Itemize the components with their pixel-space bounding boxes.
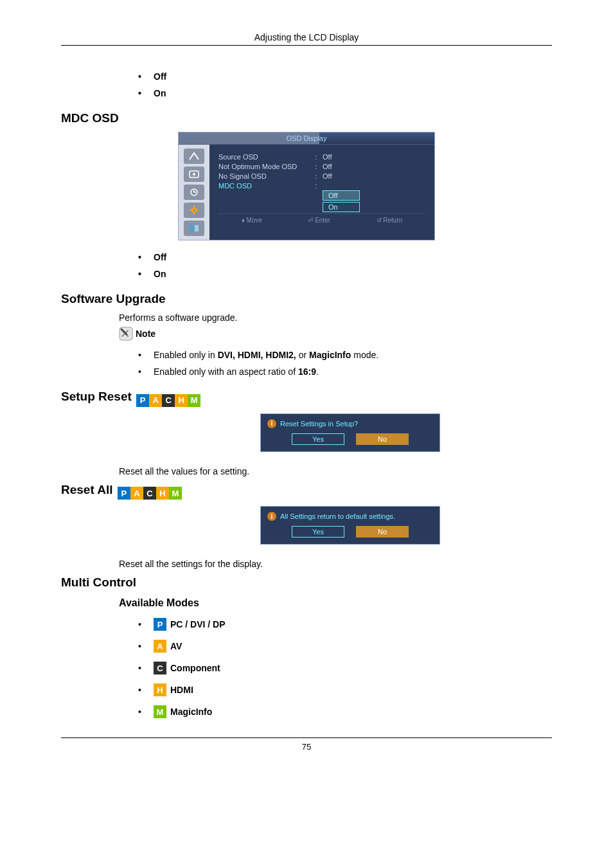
note2-pre: Enabled only with an aspect ratio of	[154, 366, 298, 377]
osd-enter-label: Enter	[315, 217, 330, 224]
option-on-label: On	[154, 269, 166, 279]
reset-all-body: Reset all the settings for the display.	[119, 559, 552, 569]
note-label: Note	[136, 329, 155, 339]
badge-m-icon: M	[188, 394, 200, 407]
note2-bold: 16:9	[298, 366, 316, 377]
reset-all-heading-text: Reset All	[61, 483, 113, 496]
osd-title-bar: OSD Display	[179, 132, 434, 145]
mode-label: AV	[170, 641, 182, 651]
osd-row-nosignal: No Signal OSD:Off	[218, 172, 425, 180]
mode-label: HDMI	[170, 685, 193, 695]
multi-control-heading: Multi Control	[61, 575, 552, 590]
note1-post: mode.	[351, 350, 378, 360]
badge-a-icon: A	[154, 640, 166, 653]
osd-row-val: Off	[323, 172, 425, 180]
dialog-title-row: i All Settings return to default setting…	[267, 512, 433, 521]
off-on-list-2: Off On	[61, 252, 552, 279]
dialog-yes-button: Yes	[292, 433, 344, 445]
mode-label: PC / DVI / DP	[170, 619, 226, 629]
dialog-text: All Settings return to default settings.	[280, 512, 395, 520]
dialog-yes-button: Yes	[292, 526, 344, 538]
svg-rect-9	[195, 225, 199, 231]
badge-c-icon: C	[162, 394, 175, 407]
osd-icon-input	[184, 149, 204, 164]
badge-a-icon: A	[130, 487, 143, 500]
note1-mid: or	[296, 350, 309, 360]
badge-h-icon: H	[175, 394, 188, 407]
mode-label: Component	[170, 663, 220, 673]
osd-move-label: Move	[247, 217, 262, 224]
osd-row-key: MDC OSD	[218, 182, 315, 190]
note1-pre: Enabled only in	[154, 350, 218, 360]
note2-post: .	[316, 366, 319, 377]
osd-row-mdcosd: MDC OSD:	[218, 182, 425, 190]
osd-move-hint: ♦ Move	[242, 217, 262, 224]
osd-return-label: Return	[383, 217, 402, 224]
info-icon: i	[267, 512, 276, 521]
dialog-text: Reset Settings in Setup?	[280, 420, 358, 428]
badge-p-icon: P	[154, 618, 166, 631]
badge-c-icon: C	[143, 487, 156, 500]
software-upgrade-desc: Performs a software upgrade.	[119, 312, 552, 323]
badge-m-icon: M	[154, 705, 166, 718]
page-number: 75	[302, 742, 311, 752]
badge-c-icon: C	[154, 662, 166, 674]
mode-label: MagicInfo	[170, 707, 212, 717]
setup-reset-body: Reset all the values for a setting.	[119, 466, 552, 476]
note-item-1: Enabled only in DVI, HDMI, HDMI2, or Mag…	[138, 350, 552, 360]
osd-row-val: Off	[323, 163, 425, 170]
reset-all-heading: Reset All P A C H M	[61, 483, 552, 500]
mode-item-av: A AV	[138, 640, 552, 653]
svg-point-1	[193, 173, 195, 176]
reset-all-dialog-figure: i All Settings return to default setting…	[260, 506, 440, 545]
page-footer: 75	[61, 737, 552, 752]
osd-main-panel: Source OSD:Off Not Optimum Mode OSD:Off …	[209, 145, 434, 240]
note-icon	[119, 327, 133, 341]
off-on-list-1: Off On	[61, 71, 552, 98]
mode-item-component: C Component	[138, 662, 552, 674]
info-icon: i	[267, 419, 276, 428]
option-off: Off	[138, 252, 552, 262]
dialog-title-row: i Reset Settings in Setup?	[267, 419, 433, 428]
available-modes-heading: Available Modes	[119, 597, 552, 609]
dialog-no-button: No	[356, 526, 409, 538]
option-off-label: Off	[154, 252, 166, 262]
osd-icon-picture	[184, 167, 204, 182]
option-off: Off	[138, 71, 552, 82]
option-off-label: Off	[154, 71, 166, 82]
osd-icon-multi	[184, 221, 204, 236]
mdc-osd-heading: MDC OSD	[61, 111, 552, 125]
mode-item-pc: P PC / DVI / DP	[138, 618, 552, 631]
osd-row-val	[323, 182, 425, 190]
badge-h-icon: H	[156, 487, 169, 500]
osd-enter-hint: ⏎ Enter	[308, 217, 330, 224]
setup-reset-heading: Setup Reset P A C H M	[61, 390, 552, 407]
osd-footer: ♦ Move ⏎ Enter ↺ Return	[218, 213, 425, 226]
note1-bold: DVI, HDMI, HDMI2,	[218, 350, 296, 360]
page-header-text: Adjusting the LCD Display	[254, 32, 359, 42]
mode-item-hdmi: H HDMI	[138, 683, 552, 696]
option-on-label: On	[154, 88, 166, 98]
software-upgrade-notes: Enabled only in DVI, HDMI, HDMI2, or Mag…	[61, 350, 552, 377]
mode-item-magicinfo: M MagicInfo	[138, 705, 552, 718]
osd-dropdown-on: On	[323, 202, 360, 212]
dialog-no-button: No	[356, 433, 409, 445]
osd-row-key: Not Optimum Mode OSD	[218, 163, 315, 170]
osd-dropdown: Off On	[323, 190, 425, 212]
osd-title-text: OSD Display	[287, 134, 327, 142]
osd-sidebar-icons	[179, 145, 209, 240]
osd-row-key: Source OSD	[218, 153, 315, 161]
badge-h-icon: H	[154, 683, 166, 696]
setup-reset-dialog-figure: i Reset Settings in Setup? Yes No	[260, 413, 440, 452]
osd-icon-time	[184, 185, 204, 200]
option-on: On	[138, 269, 552, 279]
available-modes-list: P PC / DVI / DP A AV C Component H HDMI …	[61, 618, 552, 718]
setup-reset-heading-text: Setup Reset	[61, 390, 132, 403]
osd-row-val: Off	[323, 153, 425, 161]
osd-row-source: Source OSD:Off	[218, 153, 425, 161]
note-item-2: Enabled only with an aspect ratio of 16:…	[138, 366, 552, 377]
osd-icon-setup	[184, 203, 204, 218]
page-header: Adjusting the LCD Display	[61, 32, 552, 46]
svg-rect-8	[190, 225, 193, 231]
svg-point-3	[192, 208, 196, 212]
